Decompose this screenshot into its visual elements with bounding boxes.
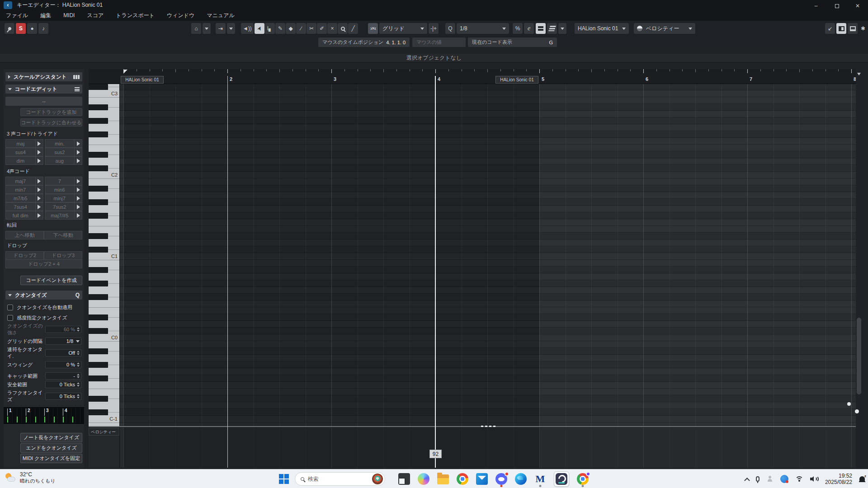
- copilot-icon[interactable]: [418, 473, 429, 485]
- ruler-tick: [150, 69, 150, 71]
- explorer-icon[interactable]: [437, 474, 449, 484]
- white-key-divider: [89, 260, 120, 260]
- edge-icon[interactable]: [515, 473, 527, 485]
- black-key[interactable]: [89, 152, 108, 158]
- ruler-tick: [643, 69, 644, 73]
- beat-line: [722, 84, 722, 427]
- ruler-tick: [526, 69, 527, 71]
- drag-dash: [481, 426, 483, 427]
- part-name-label-end[interactable]: HALion Sonic 01: [495, 76, 538, 84]
- velocity-beat-line: [799, 427, 800, 468]
- black-key[interactable]: [89, 267, 108, 273]
- ruler-tick: [331, 69, 332, 73]
- ruler-tick: [734, 69, 735, 71]
- timeline-ruler[interactable]: HALion Sonic 01 HALion Sonic 01 2345678: [89, 69, 856, 84]
- black-key[interactable]: [89, 186, 108, 192]
- grid-row-line: [120, 158, 856, 158]
- vertical-scrollbar[interactable]: [856, 69, 862, 468]
- black-key-row-tint: [120, 233, 856, 239]
- white-key-divider: [108, 297, 120, 297]
- ruler-tick: [851, 69, 852, 73]
- beat-line: [799, 84, 800, 427]
- start-button[interactable]: [279, 474, 289, 484]
- white-key-divider: [108, 365, 120, 365]
- cast-person-icon[interactable]: [766, 476, 774, 482]
- white-key-divider: [89, 389, 120, 389]
- discord-icon[interactable]: [495, 473, 507, 485]
- black-key[interactable]: [89, 328, 108, 334]
- black-key[interactable]: [89, 84, 108, 90]
- black-key[interactable]: [89, 375, 108, 381]
- black-key[interactable]: [89, 104, 108, 110]
- notification-badge: [505, 472, 509, 476]
- zoom-handle-dot-2[interactable]: [855, 409, 859, 413]
- black-key[interactable]: [89, 131, 108, 137]
- white-key-divider: [89, 307, 120, 308]
- black-key[interactable]: [89, 199, 108, 205]
- microphone-icon[interactable]: [756, 476, 760, 482]
- white-key-divider: [89, 145, 120, 145]
- bar-line: [123, 84, 124, 427]
- project-cursor[interactable]: [435, 76, 436, 468]
- black-key-row-tint: [120, 409, 856, 416]
- volume-icon[interactable]: [810, 476, 818, 482]
- photos-icon[interactable]: [398, 473, 410, 485]
- white-key-divider: [108, 412, 120, 413]
- black-key[interactable]: [89, 362, 108, 368]
- black-key[interactable]: [89, 396, 108, 402]
- tray-chevron-up-icon[interactable]: [744, 477, 750, 483]
- black-key-row-tint: [120, 267, 856, 273]
- velocity-beat-line: [695, 427, 696, 468]
- ruler-tick: [162, 69, 163, 71]
- black-key[interactable]: [89, 165, 108, 171]
- part-start-marker[interactable]: [123, 70, 127, 74]
- wifi-icon[interactable]: [795, 476, 803, 482]
- notification-bell-icon[interactable]: z: [859, 476, 865, 483]
- grid-row-line: [120, 381, 856, 382]
- black-key[interactable]: [89, 281, 108, 286]
- velocity-beat-line: [670, 427, 670, 468]
- black-key[interactable]: [89, 348, 108, 354]
- black-key[interactable]: [89, 118, 108, 124]
- velocity-lane-label[interactable]: ベロシティー: [89, 428, 119, 436]
- octave-label: C3: [104, 90, 118, 97]
- chrome-profile-icon[interactable]: [577, 473, 589, 485]
- grid-row-line: [120, 110, 856, 111]
- m-app-icon[interactable]: M: [534, 473, 546, 485]
- ruler-tick: [137, 69, 137, 71]
- grid-row-line: [120, 97, 856, 97]
- mail-icon[interactable]: [476, 473, 488, 485]
- black-key[interactable]: [89, 314, 108, 320]
- velocity-bar-line: [123, 427, 124, 468]
- white-key-divider: [108, 134, 120, 135]
- black-key[interactable]: [89, 233, 108, 239]
- piano-keyboard[interactable]: C3C2C1C0C-1: [89, 84, 120, 427]
- weather-widget[interactable]: 32°C 晴れのちくもり: [5, 471, 56, 484]
- ruler-tick: [214, 69, 215, 71]
- note-grid[interactable]: [120, 84, 856, 427]
- scroll-top-icon[interactable]: [857, 73, 861, 75]
- drag-dash: [489, 426, 491, 427]
- black-key[interactable]: [89, 409, 108, 415]
- black-key[interactable]: [89, 213, 108, 219]
- clock[interactable]: 19:52 2025/08/22: [825, 473, 852, 485]
- running-indicator: [582, 485, 584, 487]
- scrollbar-thumb[interactable]: [857, 318, 861, 394]
- black-key[interactable]: [89, 247, 108, 253]
- drag-dash: [493, 426, 495, 427]
- ruler-tick: [760, 69, 761, 71]
- velocity-lane[interactable]: [120, 427, 856, 468]
- blue-app-icon[interactable]: [780, 475, 788, 483]
- ruler-tick: [344, 69, 345, 71]
- taskbar-search[interactable]: 検索: [295, 472, 385, 486]
- grid-row-line: [120, 171, 856, 172]
- part-name-label-start[interactable]: HALion Sonic 01: [121, 76, 164, 84]
- running-indicator: [500, 485, 503, 487]
- chrome-icon[interactable]: [457, 473, 468, 485]
- zoom-handle-dot[interactable]: [847, 402, 851, 406]
- black-key[interactable]: [89, 294, 108, 300]
- search-daily-image[interactable]: [372, 474, 383, 484]
- cubase-icon[interactable]: [556, 473, 567, 485]
- lane-divider[interactable]: [89, 426, 856, 427]
- beat-line: [150, 84, 150, 427]
